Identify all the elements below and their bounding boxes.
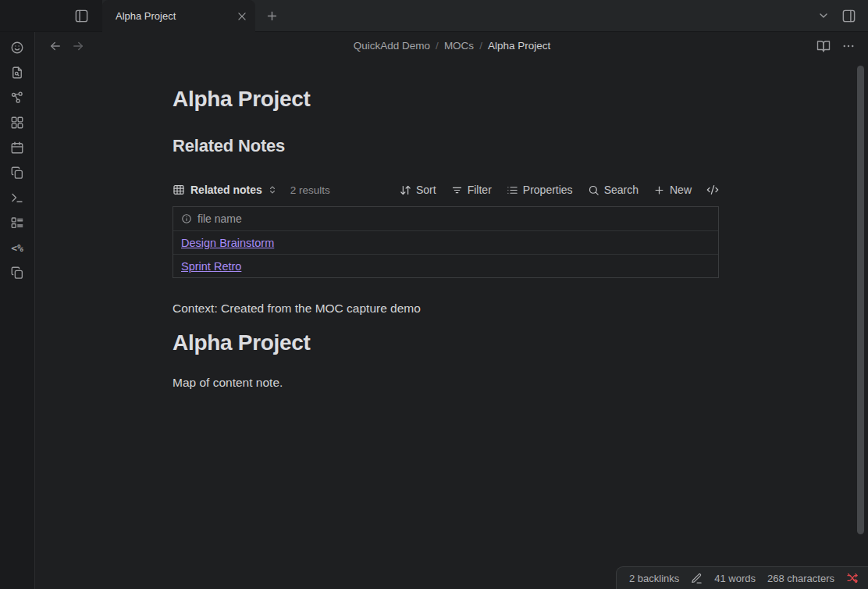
backlinks-count[interactable]: 2 backlinks xyxy=(629,573,679,584)
search-label: Search xyxy=(604,184,639,196)
tab-alpha-project[interactable]: Alpha Project xyxy=(102,0,255,32)
table-row: Sprint Retro xyxy=(173,254,718,277)
properties-button[interactable]: Properties xyxy=(507,184,573,196)
layout-list-icon xyxy=(10,216,24,230)
new-entry-button[interactable]: New xyxy=(653,184,692,196)
arrow-up-down-icon xyxy=(400,184,411,196)
ribbon-smile-button[interactable] xyxy=(6,37,28,59)
properties-label: Properties xyxy=(523,184,573,196)
sort-label: Sort xyxy=(416,184,436,196)
calendar-icon xyxy=(10,141,24,155)
ribbon-layout-grid-button[interactable] xyxy=(6,112,28,134)
info-icon xyxy=(181,213,192,224)
code-view-button[interactable] xyxy=(706,184,719,196)
filter-lines-icon xyxy=(451,184,463,196)
editor[interactable]: Alpha Project Related Notes Related note… xyxy=(36,59,868,589)
ribbon-layout-list-button[interactable] xyxy=(6,212,28,234)
character-count[interactable]: 268 characters xyxy=(767,573,834,584)
ribbon-calendar-button[interactable] xyxy=(6,137,28,159)
panel-right-icon xyxy=(841,9,856,23)
sort-button[interactable]: Sort xyxy=(400,184,436,196)
forward-button[interactable] xyxy=(71,39,85,53)
copy-files-icon xyxy=(10,266,24,280)
table-row: Design Brainstorm xyxy=(173,230,718,254)
breadcrumb-segment[interactable]: QuickAdd Demo xyxy=(354,40,430,52)
plus-icon xyxy=(653,184,665,196)
main-pane: QuickAdd Demo / MOCs / Alpha Project xyxy=(36,32,868,589)
base-toolbar-actions: Sort Filter Properties xyxy=(400,184,719,196)
edit-mode-indicator[interactable] xyxy=(691,573,703,584)
filter-label: Filter xyxy=(468,184,492,196)
ribbon-templater-button[interactable]: <% xyxy=(6,237,28,259)
tab-bar-right-controls xyxy=(817,0,868,31)
breadcrumb-segment[interactable]: MOCs xyxy=(444,40,474,52)
base-view-selector[interactable]: Related notes xyxy=(173,184,277,196)
breadcrumb: QuickAdd Demo / MOCs / Alpha Project xyxy=(354,40,550,52)
layout-grid-icon xyxy=(10,116,24,130)
status-bar: 2 backlinks 41 words 268 characters xyxy=(616,566,868,589)
close-icon xyxy=(237,11,247,22)
note-link-design-brainstorm[interactable]: Design Brainstorm xyxy=(181,237,274,249)
column-header-label: file name xyxy=(197,212,242,225)
left-sidebar-header xyxy=(0,0,102,31)
word-count[interactable]: 41 words xyxy=(714,573,756,584)
tab-close-button[interactable] xyxy=(237,11,247,22)
sync-error-indicator[interactable] xyxy=(846,572,859,584)
results-count: 2 results xyxy=(290,184,330,196)
tab-title: Alpha Project xyxy=(116,10,237,22)
list-icon xyxy=(507,184,518,196)
panel-left-icon xyxy=(74,9,89,23)
breadcrumb-segment-current[interactable]: Alpha Project xyxy=(488,40,550,52)
view-header-actions xyxy=(816,39,856,53)
more-options-button[interactable] xyxy=(841,39,856,53)
tab-bar: Alpha Project xyxy=(0,0,868,32)
smile-icon xyxy=(10,41,24,55)
code-icon xyxy=(706,184,719,196)
ribbon-file-search-button[interactable] xyxy=(6,62,28,84)
shuffle-off-icon xyxy=(846,572,859,584)
new-tab-button[interactable] xyxy=(265,9,279,23)
ribbon-copy-files-button-2[interactable] xyxy=(6,262,28,284)
pencil-icon xyxy=(691,573,703,584)
ribbon: <% xyxy=(0,32,35,589)
ribbon-terminal-button[interactable] xyxy=(6,187,28,209)
chevrons-up-down-icon xyxy=(268,185,277,195)
toggle-right-sidebar-button[interactable] xyxy=(841,9,856,23)
graph-icon xyxy=(10,91,24,105)
view-header: QuickAdd Demo / MOCs / Alpha Project xyxy=(36,32,868,59)
terminal-icon xyxy=(10,191,24,205)
plus-icon xyxy=(265,9,279,23)
inline-heading: Alpha Project xyxy=(173,329,868,357)
new-label: New xyxy=(670,184,692,196)
filter-button[interactable]: Filter xyxy=(451,184,492,196)
ribbon-graph-button[interactable] xyxy=(6,87,28,109)
arrow-right-icon xyxy=(71,39,85,53)
base-toolbar: Related notes 2 results Sort xyxy=(173,179,719,201)
note-link-sprint-retro[interactable]: Sprint Retro xyxy=(181,260,241,273)
reading-mode-button[interactable] xyxy=(816,39,831,53)
obsidian-window: Alpha Project xyxy=(0,0,868,589)
arrow-left-icon xyxy=(48,39,62,53)
note-title: Alpha Project xyxy=(173,85,868,113)
back-button[interactable] xyxy=(48,39,62,53)
base-view-name: Related notes xyxy=(190,184,262,196)
ellipsis-icon xyxy=(841,39,856,53)
context-paragraph: Context: Created from the MOC capture de… xyxy=(173,300,868,316)
scrollbar-thumb[interactable] xyxy=(857,66,864,534)
chevron-down-icon xyxy=(817,9,830,22)
base-table: file name Design Brainstorm Sprint Retro xyxy=(173,206,719,278)
body-paragraph: Map of content note. xyxy=(173,374,868,391)
section-heading: Related Notes xyxy=(173,135,868,157)
file-search-icon xyxy=(10,66,24,80)
tab-list-dropdown-button[interactable] xyxy=(817,9,830,22)
ribbon-copy-files-button[interactable] xyxy=(6,162,28,184)
search-icon xyxy=(588,184,599,196)
toggle-left-sidebar-button[interactable] xyxy=(74,9,89,23)
book-open-icon xyxy=(816,39,831,53)
table-header-file-name[interactable]: file name xyxy=(173,207,718,230)
templater-icon: <% xyxy=(11,242,23,254)
table-icon xyxy=(173,184,185,196)
search-button[interactable]: Search xyxy=(588,184,639,196)
breadcrumb-separator: / xyxy=(436,40,439,52)
breadcrumb-separator: / xyxy=(479,40,482,52)
